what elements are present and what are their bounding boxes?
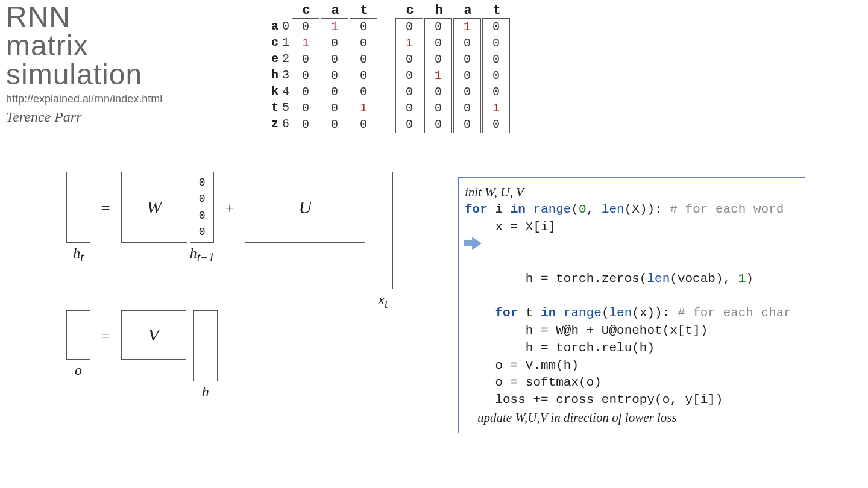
vocab-row-label: h 3	[271, 67, 289, 83]
onehot-cell: 0	[454, 84, 480, 100]
onehot-cell: 0	[483, 116, 509, 133]
pseudocode-box: init W, U, V for i in range(0, len(X)): …	[458, 177, 805, 433]
onehot-column: 1000000	[321, 18, 348, 133]
onehot-cell: 0	[396, 51, 423, 67]
code-line-o-vmm: o = V.mm(h)	[465, 357, 799, 375]
onehot-cell: 1	[396, 35, 423, 51]
label-xt: xt	[378, 292, 388, 311]
equals-sign-1: =	[98, 199, 114, 217]
onehot-vocab-area: a 0c 1e 2h 3k 4t 5z 6 cat010000010000000…	[271, 2, 511, 133]
onehot-cell: 0	[292, 51, 319, 67]
htm1-zero-cell: 0	[199, 210, 206, 222]
htm1-zero-cell: 0	[199, 177, 206, 189]
onehot-cell: 0	[454, 51, 480, 67]
onehot-cell: 0	[321, 35, 348, 51]
onehot-col-header: t	[350, 3, 379, 18]
onehot-cell: 1	[425, 67, 451, 84]
onehot-cell: 0	[425, 84, 451, 100]
label-o: o	[75, 362, 82, 378]
equation-row-o: o = V h	[66, 310, 440, 400]
onehot-cell: 0	[425, 116, 451, 133]
matrix-W: W	[121, 172, 187, 243]
onehot-word-group: chat0100000000100010000000000010	[395, 2, 511, 133]
onehot-cell: 0	[292, 19, 319, 35]
onehot-cell: 0	[321, 67, 348, 84]
title-line-1: RNN	[6, 2, 162, 31]
onehot-cell: 0	[321, 51, 348, 67]
title-block: RNN matrix simulation http://explained.a…	[6, 2, 162, 125]
htm1-zero-cell: 0	[199, 226, 206, 238]
onehot-cell: 0	[350, 35, 377, 51]
onehot-cell: 0	[396, 84, 423, 100]
onehot-cell: 0	[483, 19, 509, 35]
htm1-zero-cell: 0	[199, 193, 206, 205]
onehot-cell: 0	[454, 67, 480, 84]
author-name: Terence Parr	[6, 109, 162, 125]
onehot-col-header: a	[453, 3, 482, 18]
vocab-row-label: e 2	[271, 51, 289, 67]
code-line-relu: h = torch.relu(h)	[465, 340, 799, 357]
onehot-cell: 0	[292, 116, 319, 133]
onehot-cell: 0	[483, 67, 509, 84]
onehot-cell: 0	[454, 100, 480, 116]
matrix-U: U	[245, 172, 365, 243]
onehot-cell: 0	[350, 51, 377, 67]
equation-area: ht = W 0000 ht−1 + U xt o = V h	[66, 172, 440, 400]
onehot-column: 0100000	[395, 18, 423, 133]
code-line-update: update W,U,V in direction of lower loss	[465, 409, 799, 427]
vocab-row-labels: a 0c 1e 2h 3k 4t 5z 6	[271, 18, 289, 132]
onehot-column: 0000010	[482, 18, 510, 133]
onehot-cell: 0	[483, 35, 509, 51]
onehot-cell: 0	[483, 84, 509, 100]
vector-xt	[373, 172, 393, 289]
onehot-cell: 0	[396, 116, 423, 133]
onehot-cell: 1	[321, 19, 348, 35]
onehot-cell: 1	[454, 19, 480, 35]
vocab-row-label: a 0	[271, 18, 289, 34]
vocab-row-label: c 1	[271, 34, 289, 51]
onehot-cell: 0	[425, 100, 451, 116]
vocab-row-label: t 5	[271, 99, 289, 116]
onehot-cell: 1	[292, 35, 319, 51]
title-line-2: matrix	[6, 31, 162, 60]
onehot-cell: 0	[321, 116, 348, 133]
code-line-loss: loss += cross_entropy(o, y[i])	[465, 392, 799, 409]
onehot-col-header: a	[321, 3, 350, 18]
onehot-col-header: t	[482, 3, 511, 18]
onehot-col-header: h	[424, 3, 453, 18]
onehot-cell: 0	[396, 19, 423, 35]
code-line-softmax: o = softmax(o)	[465, 374, 799, 392]
equation-row-ht: ht = W 0000 ht−1 + U xt	[66, 172, 440, 292]
label-h: h	[202, 384, 209, 400]
onehot-cell: 0	[292, 84, 319, 100]
onehot-col-header: c	[395, 3, 424, 18]
onehot-cell: 0	[483, 51, 509, 67]
code-line-init: init W, U, V	[465, 184, 799, 201]
onehot-cell: 0	[292, 100, 319, 116]
onehot-column: 1000000	[453, 18, 481, 133]
onehot-col-header: c	[292, 3, 321, 18]
onehot-words: cat010000010000000000010chat010000000010…	[292, 2, 511, 133]
onehot-cell: 0	[350, 84, 377, 100]
onehot-cell: 0	[454, 35, 480, 51]
onehot-column: 0001000	[424, 18, 452, 133]
code-line-for-word: for i in range(0, len(X)): # for each wo…	[465, 201, 799, 219]
label-htm1: ht−1	[190, 245, 215, 264]
onehot-cell: 0	[292, 67, 319, 84]
onehot-cell: 1	[483, 100, 509, 116]
code-line-for-char: for t in range(len(x)): # for each char	[465, 305, 799, 322]
label-ht: ht	[73, 245, 84, 264]
onehot-cell: 1	[350, 100, 377, 116]
code-line-hzeros: h = torch.zeros(len(vocab), 1)	[465, 236, 799, 305]
vocab-row-label: z 6	[271, 116, 289, 132]
onehot-cell: 0	[350, 116, 377, 133]
onehot-cell: 0	[321, 84, 348, 100]
onehot-cell: 0	[425, 35, 451, 51]
svg-marker-0	[464, 237, 482, 250]
onehot-cell: 0	[454, 116, 480, 133]
onehot-cell: 0	[396, 100, 423, 116]
onehot-word-group: cat010000010000000000010	[292, 2, 379, 133]
current-line-arrow-icon	[464, 237, 482, 250]
vocab-row-label: k 4	[271, 83, 289, 99]
vector-htm1: 0000	[190, 172, 214, 243]
